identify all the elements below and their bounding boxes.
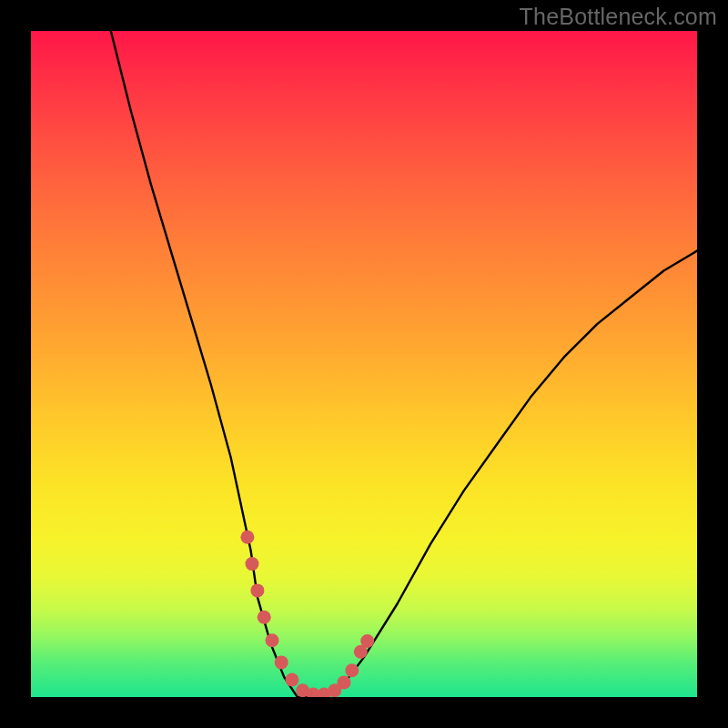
plot-background	[31, 31, 697, 697]
chart-stage: TheBottleneck.com	[0, 0, 728, 728]
watermark-text: TheBottleneck.com	[520, 4, 717, 30]
